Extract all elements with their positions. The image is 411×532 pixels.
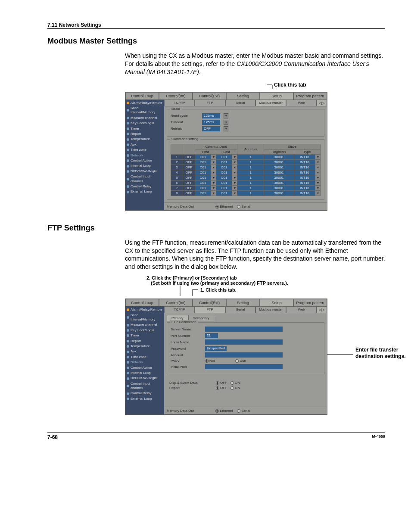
- sidebar-item[interactable]: Control Relay: [125, 184, 164, 189]
- row-type[interactable]: INT16: [294, 159, 315, 165]
- dropdown-icon[interactable]: ▾: [211, 185, 216, 190]
- subtab-tcpip[interactable]: TCP/IP: [164, 100, 195, 106]
- subtab-modbus-master[interactable]: Modbus master: [255, 306, 286, 313]
- row-last[interactable]: C01: [216, 154, 232, 159]
- row-last[interactable]: C01: [216, 175, 232, 180]
- row-reg[interactable]: 30001: [264, 175, 294, 180]
- dropdown-icon[interactable]: ▾: [224, 126, 228, 131]
- tab-control-int[interactable]: Control(Int): [159, 299, 193, 306]
- row-last[interactable]: C01: [216, 165, 232, 170]
- subtab-web[interactable]: Web: [286, 100, 317, 106]
- subtab-ftp[interactable]: FTP: [195, 306, 225, 313]
- subtab-modbus-master[interactable]: Modbus master: [255, 100, 286, 106]
- tab-control-int[interactable]: Control(Int): [159, 92, 193, 100]
- row-onoff[interactable]: OFF: [183, 190, 195, 196]
- dropdown-icon[interactable]: ▾: [232, 165, 237, 170]
- sidebar-item[interactable]: Temperature: [125, 344, 164, 349]
- sidebar-item[interactable]: Key Lock/Login: [125, 328, 164, 333]
- row-reg[interactable]: 30001: [264, 159, 294, 165]
- password-value[interactable]: Unspecified: [205, 346, 227, 351]
- sidebar-item[interactable]: Time zone: [125, 355, 164, 360]
- dropdown-icon[interactable]: ▾: [211, 165, 216, 170]
- row-type[interactable]: INT16: [294, 154, 315, 159]
- serial-radio[interactable]: [237, 409, 240, 413]
- tab-setting[interactable]: Setting: [226, 92, 260, 100]
- ethernet-radio[interactable]: [215, 205, 219, 208]
- row-reg[interactable]: 30001: [264, 170, 294, 175]
- row-reg[interactable]: 30001: [264, 154, 294, 159]
- sidebar-item[interactable]: DI/DO/SW-Regist: [125, 376, 164, 381]
- sidebar-item[interactable]: Scan Interval/Memory: [125, 106, 164, 115]
- row-addr[interactable]: 1: [237, 175, 264, 180]
- tab-setting[interactable]: Setting: [226, 299, 260, 306]
- sidebar-item[interactable]: External Loop: [125, 189, 164, 194]
- login-value[interactable]: [205, 339, 283, 345]
- sidebar-item[interactable]: Control Relay: [125, 391, 164, 396]
- dropdown-icon[interactable]: ▾: [315, 159, 321, 165]
- sidebar-item[interactable]: Control Action: [125, 158, 164, 163]
- sidebar-item[interactable]: DI/DO/SW-Regist: [125, 169, 164, 174]
- dropdown-icon[interactable]: ▾: [232, 185, 237, 190]
- dropdown-icon[interactable]: ▾: [232, 154, 237, 159]
- sidebar-item[interactable]: Measure channel: [125, 115, 164, 121]
- row-first[interactable]: C01: [195, 185, 211, 190]
- dropdown-icon[interactable]: ▾: [315, 165, 321, 170]
- row-last[interactable]: C01: [216, 190, 232, 196]
- subtab-tcpip[interactable]: TCP/IP: [164, 306, 195, 313]
- report-on-radio[interactable]: [230, 386, 234, 390]
- tab-control-loop[interactable]: Control Loop: [125, 92, 159, 100]
- subtab-nav[interactable]: ◁▷: [317, 100, 327, 106]
- report-off-radio[interactable]: [216, 386, 219, 390]
- timeout-value[interactable]: 125ms: [202, 120, 220, 125]
- row-first[interactable]: C01: [195, 170, 211, 175]
- subtab-nav[interactable]: ◁▷: [317, 306, 327, 313]
- sidebar-item[interactable]: Temperature: [125, 137, 164, 142]
- dropdown-icon[interactable]: ▾: [232, 180, 237, 185]
- row-addr[interactable]: 1: [237, 180, 264, 185]
- row-onoff[interactable]: OFF: [183, 165, 195, 170]
- account-value[interactable]: [205, 352, 283, 358]
- sidebar-item[interactable]: Control Input-channel: [125, 381, 164, 391]
- row-last[interactable]: C01: [216, 170, 232, 175]
- server-name-value[interactable]: [205, 327, 283, 332]
- row-reg[interactable]: 30001: [264, 165, 294, 170]
- row-first[interactable]: C01: [195, 190, 211, 196]
- row-type[interactable]: INT16: [294, 190, 315, 196]
- row-reg[interactable]: 30001: [264, 190, 294, 196]
- dropdown-icon[interactable]: ▾: [315, 154, 321, 159]
- dropdown-icon[interactable]: ▾: [224, 113, 228, 118]
- sidebar-item[interactable]: Control Action: [125, 365, 164, 370]
- row-type[interactable]: INT16: [294, 170, 315, 175]
- disp-off-radio[interactable]: [216, 381, 219, 385]
- row-addr[interactable]: 1: [237, 190, 264, 196]
- dropdown-icon[interactable]: ▾: [211, 180, 216, 185]
- row-first[interactable]: C01: [195, 175, 211, 180]
- retrials-value[interactable]: OFF: [202, 126, 220, 131]
- row-type[interactable]: INT16: [294, 180, 315, 185]
- read-cycle-value[interactable]: 125ms: [202, 113, 220, 118]
- tab-control-ext[interactable]: Control(Ext): [193, 92, 226, 100]
- row-first[interactable]: C01: [195, 159, 211, 165]
- row-addr[interactable]: 1: [237, 170, 264, 175]
- disp-on-radio[interactable]: [230, 381, 234, 385]
- row-first[interactable]: C01: [195, 180, 211, 185]
- tab-control-loop[interactable]: Control Loop: [125, 299, 159, 306]
- row-onoff[interactable]: OFF: [183, 159, 195, 165]
- initial-path-value[interactable]: [205, 364, 283, 369]
- row-addr[interactable]: 1: [237, 159, 264, 165]
- dropdown-icon[interactable]: ▾: [315, 175, 321, 180]
- sidebar-item[interactable]: Internal Loop: [125, 370, 164, 376]
- sidebar-item[interactable]: Internal Loop: [125, 163, 164, 168]
- row-reg[interactable]: 30001: [264, 180, 294, 185]
- subtab-serial[interactable]: Serial: [225, 306, 256, 313]
- tab-program-pattern[interactable]: Program pattern: [293, 299, 327, 306]
- port-value[interactable]: 21: [205, 333, 218, 338]
- row-last[interactable]: C01: [216, 159, 232, 165]
- sidebar-item[interactable]: Network: [125, 360, 164, 365]
- sidebar-item[interactable]: Measure channel: [125, 322, 164, 327]
- sidebar-item[interactable]: Timer: [125, 333, 164, 338]
- pasv-use-radio[interactable]: [235, 359, 239, 363]
- sidebar-item[interactable]: Report: [125, 339, 164, 344]
- dropdown-icon[interactable]: ▾: [315, 170, 321, 175]
- sidebar-item[interactable]: Scan Interval/Memory: [125, 313, 164, 323]
